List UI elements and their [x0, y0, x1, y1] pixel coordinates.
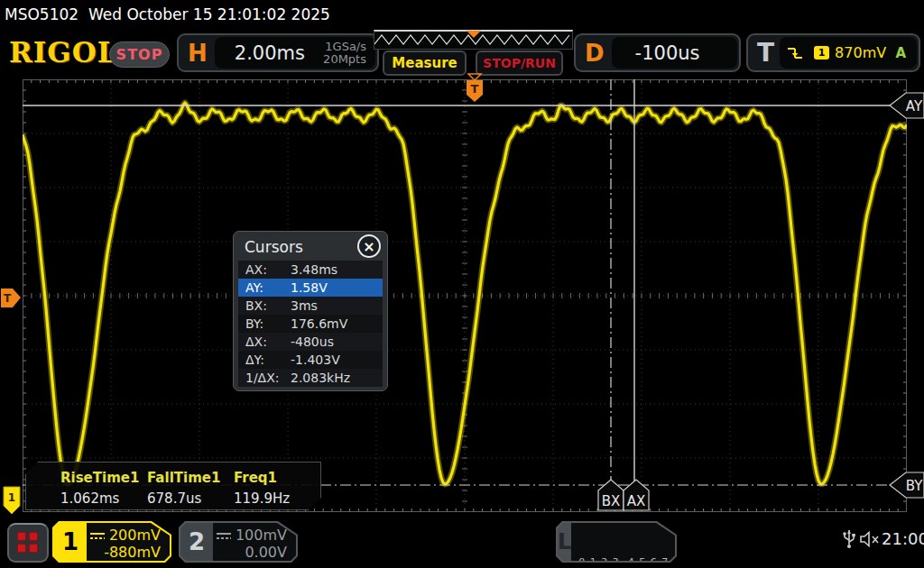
digital-channels-tab[interactable]: L 0 1 2 3 4 5 6 7 8 9 10 11 12 13 14 15: [556, 521, 677, 563]
memory-depth: 20Mpts: [323, 53, 366, 66]
measurement-label: RiseTime1: [60, 470, 147, 486]
digital-row1: 0 1 2 3 4 5 6 7: [578, 555, 707, 568]
channel2-values: 100mV 0.00V: [213, 523, 296, 561]
cursor-row-value: 1.58V: [291, 280, 383, 295]
stop-run-button[interactable]: STOP/RUN: [476, 50, 563, 76]
ch1-waveform: [23, 79, 907, 512]
cursors-dialog: Cursors × AX: 3.48ms AY: 1.58V BX: 3ms B…: [233, 231, 388, 391]
run-state-label: STOP: [116, 46, 163, 63]
measurement-label: Freq1: [234, 470, 320, 486]
channel2-tab[interactable]: 2 100mV 0.00V: [179, 521, 298, 563]
cursor-row-dy[interactable]: ΔY: -1.403V: [238, 351, 383, 369]
channel1-values: 200mV -880mV: [87, 523, 170, 561]
dc-coupling-icon: [217, 532, 231, 540]
measurement-value: 1.062ms: [60, 490, 147, 507]
oscilloscope-screen: MSO5102 Wed October 15 21:01:02 2025 RIG…: [0, 0, 924, 568]
cursor-row-label: 1/ΔX:: [245, 371, 291, 385]
horizontal-label: H: [188, 40, 208, 67]
cursor-row-value: 2.083kHz: [291, 371, 383, 385]
digital-channel-numbers: 0 1 2 3 4 5 6 7 8 9 10 11 12 13 14 15: [571, 523, 707, 561]
cursors-dialog-title[interactable]: Cursors: [245, 238, 303, 256]
speaker-muted-icon[interactable]: [860, 531, 881, 547]
menu-button[interactable]: [7, 523, 49, 563]
measurement-panel: RiseTime1 1.062ms FallTime1 678.7us Freq…: [25, 462, 321, 510]
overview-trigger-marker-icon[interactable]: [467, 31, 481, 38]
run-state-indicator[interactable]: STOP: [109, 41, 170, 68]
cursor-row-label: ΔY:: [245, 353, 291, 367]
trigger-tab-label: T: [757, 38, 774, 68]
cursor-row-dx[interactable]: ΔX: -480us: [238, 333, 383, 351]
model-and-datetime: MSO5102 Wed October 15 21:01:02 2025: [5, 5, 330, 23]
measurement-value: 678.7us: [147, 490, 234, 507]
channel1-marker-label: 1: [8, 491, 15, 504]
cursor-row-label: AY:: [245, 280, 291, 295]
digital-tab-label: L: [558, 523, 571, 561]
grid-menu-icon: [17, 532, 39, 554]
channel1-position-marker[interactable]: [4, 487, 20, 514]
measurement-label: FallTime1: [147, 470, 234, 486]
cursor-row-value: -480us: [291, 334, 383, 349]
trigger-level-value: 870mV: [835, 44, 895, 61]
cursor-row-label: BY:: [245, 316, 291, 331]
cursor-row-value: 176.6mV: [291, 316, 383, 331]
delay-value: -100us: [635, 42, 737, 64]
measurement-falltime: FallTime1 678.7us: [147, 463, 234, 509]
cursor-row-ax[interactable]: AX: 3.48ms: [238, 261, 383, 279]
sample-rate: 1GSa/s: [323, 41, 366, 53]
cursors-dialog-body: AX: 3.48ms AY: 1.58V BX: 3ms BY: 176.6mV…: [238, 261, 383, 386]
cursor-row-inv-dx[interactable]: 1/ΔX: 2.083kHz: [238, 369, 383, 387]
measure-button[interactable]: Measure: [383, 50, 467, 76]
cursor-row-ay-selected[interactable]: AY: 1.58V: [238, 279, 383, 297]
horizontal-panel: 2.00ms 1GSa/s 20Mpts: [215, 37, 375, 69]
status-bar: MSO5102 Wed October 15 21:01:02 2025: [0, 0, 924, 27]
delay-label: D: [585, 40, 605, 67]
measurement-risetime: RiseTime1 1.062ms: [60, 463, 147, 509]
measure-button-label: Measure: [392, 55, 457, 71]
waveform-display-area: [23, 79, 907, 512]
falling-edge-trigger-icon: [787, 46, 803, 60]
channel2-number: 2: [180, 523, 213, 561]
cursor-by-flag-label: BY: [906, 478, 923, 494]
trigger-level-label: T: [4, 292, 12, 305]
close-icon[interactable]: ×: [357, 234, 381, 258]
cursor-row-label: ΔX:: [245, 334, 291, 349]
channel1-tab[interactable]: 1 200mV -880mV: [52, 521, 171, 563]
channel2-offset: 0.00V: [213, 544, 287, 561]
channel1-offset: -880mV: [87, 544, 161, 561]
channel1-scale: 200mV: [109, 527, 161, 544]
clock-time: 21:00: [882, 529, 924, 548]
measurement-freq: Freq1 119.9Hz: [234, 463, 320, 509]
cursor-row-label: BX:: [245, 298, 291, 313]
delay-panel: -100us: [612, 37, 737, 69]
sample-rate-block: 1GSa/s 20Mpts: [323, 41, 366, 66]
channel2-scale: 100mV: [236, 527, 287, 544]
delay-settings-tab[interactable]: D -100us: [574, 33, 741, 72]
rigol-logo: RIGOL: [9, 36, 118, 69]
timebase-value: 2.00ms: [235, 42, 323, 64]
cursor-row-value: 3.48ms: [291, 262, 383, 277]
cursor-row-bx[interactable]: BX: 3ms: [238, 297, 383, 315]
cursor-row-value: -1.403V: [291, 353, 383, 367]
cursor-row-label: AX:: [245, 262, 291, 277]
stop-run-label: STOP/RUN: [483, 56, 556, 70]
dc-coupling-icon: [90, 532, 105, 540]
cursor-row-by[interactable]: BY: 176.6mV: [238, 315, 383, 333]
trigger-source-badge: 1: [814, 46, 829, 60]
usb-icon: [842, 527, 856, 549]
channel1-number: 1: [54, 523, 87, 561]
trigger-mode: A: [895, 45, 906, 61]
cursor-row-value: 3ms: [291, 298, 383, 313]
measurement-value: 119.9Hz: [234, 490, 320, 507]
horizontal-settings-tab[interactable]: H 2.00ms 1GSa/s 20Mpts: [177, 33, 379, 72]
cursor-ay-flag-label: AY: [906, 98, 923, 115]
trigger-panel: 1 870mV A: [780, 37, 917, 69]
trigger-level-marker[interactable]: [1, 289, 21, 307]
trigger-settings-tab[interactable]: T 1 870mV A: [746, 33, 920, 72]
